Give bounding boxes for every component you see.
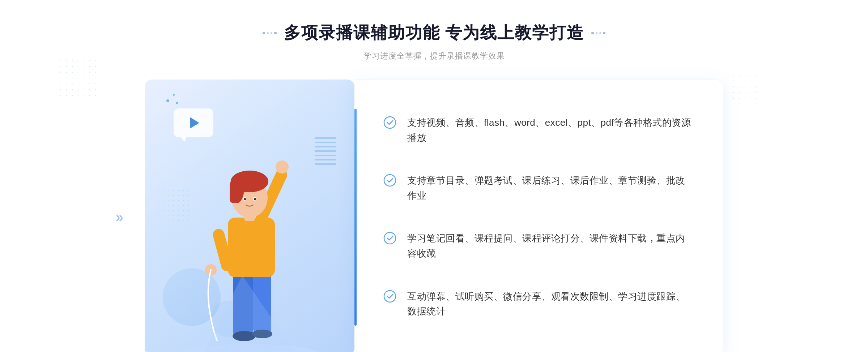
check-circle-icon-1 [383, 116, 396, 129]
svg-point-14 [244, 198, 246, 200]
header-subtitle: 学习进度全掌握，提升录播课教学效果 [263, 51, 606, 61]
feature-item-2: 支持章节目录、弹题考试、课后练习、课后作业、章节测验、批改作业 [383, 159, 694, 217]
deco-dot [591, 32, 594, 34]
svg-point-15 [254, 198, 256, 200]
feature-text-4: 互动弹幕、试听购买、微信分享、观看次数限制、学习进度跟踪、数据统计 [407, 289, 694, 319]
chevron-left-arrow: » [116, 209, 123, 225]
svg-rect-11 [230, 181, 237, 203]
title-row: 多项录播课辅助功能 专为线上教学打造 [263, 22, 606, 44]
check-circle-icon-2 [383, 174, 396, 187]
deco-dot [596, 32, 597, 34]
deco-dot [599, 32, 601, 34]
deco-dot [274, 32, 277, 34]
dot-pattern-right [731, 72, 760, 101]
feature-text-2: 支持章节目录、弹题考试、课后练习、课后作业、章节测验、批改作业 [407, 173, 694, 203]
svg-point-22 [384, 291, 396, 302]
features-panel: 支持视频、音频、flash、word、excel、ppt、pdf等各种格式的资源… [354, 80, 723, 352]
main-title: 多项录播课辅助功能 专为线上教学打造 [284, 22, 584, 44]
svg-point-20 [384, 175, 396, 186]
header-section: 多项录播课辅助功能 专为线上教学打造 学习进度全掌握，提升录播课教学效果 [263, 22, 606, 61]
page-container: 多项录播课辅助功能 专为线上教学打造 学习进度全掌握，提升录播课教学效果 [0, 0, 868, 352]
title-decoration-right [591, 32, 605, 34]
svg-point-21 [384, 232, 396, 244]
check-circle-icon-4 [383, 290, 396, 303]
sparkle-1 [166, 99, 169, 102]
svg-rect-4 [228, 218, 275, 277]
deco-dot [603, 32, 605, 34]
feature-item-3: 学习笔记回看、课程提问、课程评论打分、课件资料下载，重点内容收藏 [383, 217, 694, 275]
sparkle-3 [176, 102, 178, 104]
illustration-card [145, 80, 354, 352]
dot-pattern-left [58, 58, 101, 101]
feature-text-3: 学习笔记回看、课程提问、课程评论打分、课件资料下载，重点内容收藏 [407, 231, 694, 261]
person-illustration [174, 138, 326, 352]
play-bubble-body [174, 108, 213, 137]
sparkle-2 [173, 94, 175, 96]
check-circle-icon-3 [383, 232, 396, 245]
main-content: » 支持视频、音频、flash、word、excel、ppt、pdf等各种格式的… [145, 80, 723, 352]
title-decoration-left [263, 32, 277, 34]
deco-dot [271, 32, 272, 34]
play-bubble [174, 108, 213, 143]
feature-text-1: 支持视频、音频、flash、word、excel、ppt、pdf等各种格式的资源… [407, 115, 694, 145]
feature-item-1: 支持视频、音频、flash、word、excel、ppt、pdf等各种格式的资源… [383, 102, 694, 159]
svg-point-16 [276, 160, 289, 173]
feature-item-4: 互动弹幕、试听购买、微信分享、观看次数限制、学习进度跟踪、数据统计 [383, 275, 694, 333]
play-icon [190, 117, 199, 129]
svg-point-19 [384, 117, 396, 128]
deco-dot [263, 32, 265, 34]
deco-dot [267, 32, 269, 34]
